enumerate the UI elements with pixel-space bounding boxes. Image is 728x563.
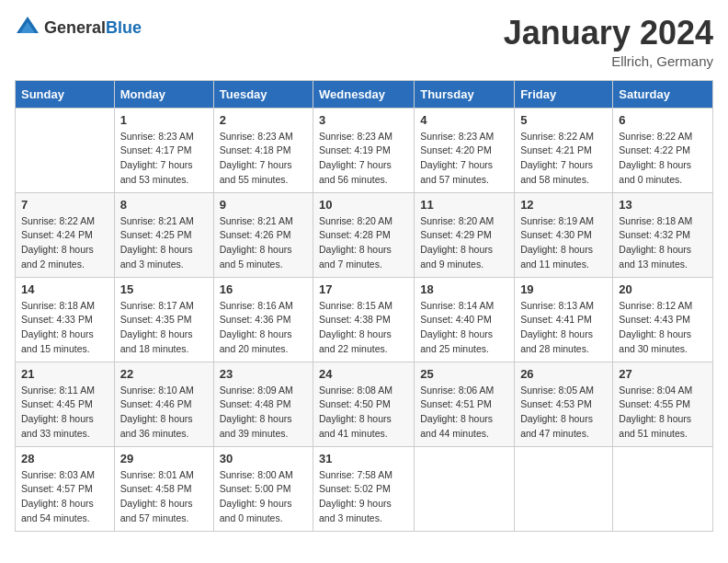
day-cell: 2Sunrise: 8:23 AMSunset: 4:18 PMDaylight… bbox=[213, 108, 313, 192]
day-number: 18 bbox=[420, 282, 508, 296]
day-info: Sunrise: 8:23 AMSunset: 4:20 PMDaylight:… bbox=[420, 130, 508, 188]
day-header-tuesday: Tuesday bbox=[213, 80, 313, 108]
day-number: 25 bbox=[420, 367, 508, 381]
day-cell bbox=[613, 446, 713, 531]
day-info: Sunrise: 8:05 AMSunset: 4:53 PMDaylight:… bbox=[520, 384, 607, 442]
day-number: 23 bbox=[220, 367, 307, 381]
day-number: 5 bbox=[520, 113, 607, 127]
day-info: Sunrise: 8:19 AMSunset: 4:30 PMDaylight:… bbox=[520, 214, 607, 272]
day-number: 26 bbox=[520, 367, 607, 381]
day-header-sunday: Sunday bbox=[16, 80, 115, 108]
day-cell: 19Sunrise: 8:13 AMSunset: 4:41 PMDayligh… bbox=[515, 277, 613, 362]
day-cell: 17Sunrise: 8:15 AMSunset: 4:38 PMDayligh… bbox=[313, 277, 415, 362]
day-info: Sunrise: 8:18 AMSunset: 4:32 PMDaylight:… bbox=[619, 214, 707, 272]
day-info: Sunrise: 8:09 AMSunset: 4:48 PMDaylight:… bbox=[220, 384, 307, 442]
day-info: Sunrise: 8:14 AMSunset: 4:40 PMDaylight:… bbox=[420, 299, 508, 357]
day-info: Sunrise: 8:06 AMSunset: 4:51 PMDaylight:… bbox=[420, 384, 508, 442]
day-number: 3 bbox=[319, 113, 408, 127]
day-number: 27 bbox=[619, 367, 707, 381]
day-number: 14 bbox=[21, 282, 108, 296]
week-row-5: 28Sunrise: 8:03 AMSunset: 4:57 PMDayligh… bbox=[16, 446, 713, 531]
day-cell: 27Sunrise: 8:04 AMSunset: 4:55 PMDayligh… bbox=[613, 362, 713, 446]
week-row-1: 1Sunrise: 8:23 AMSunset: 4:17 PMDaylight… bbox=[16, 108, 713, 192]
day-info: Sunrise: 8:20 AMSunset: 4:29 PMDaylight:… bbox=[420, 214, 508, 272]
day-number: 17 bbox=[319, 282, 408, 296]
day-number: 11 bbox=[420, 198, 508, 212]
logo: GeneralBlue bbox=[15, 15, 142, 40]
day-number: 20 bbox=[619, 282, 707, 296]
day-number: 28 bbox=[21, 452, 108, 465]
day-info: Sunrise: 8:22 AMSunset: 4:22 PMDaylight:… bbox=[619, 130, 707, 188]
page-header: GeneralBlue January 2024 Ellrich, German… bbox=[15, 15, 713, 69]
day-cell: 6Sunrise: 8:22 AMSunset: 4:22 PMDaylight… bbox=[613, 108, 713, 192]
day-info: Sunrise: 8:23 AMSunset: 4:17 PMDaylight:… bbox=[120, 130, 208, 188]
day-cell: 31Sunrise: 7:58 AMSunset: 5:02 PMDayligh… bbox=[313, 446, 415, 531]
day-cell: 1Sunrise: 8:23 AMSunset: 4:17 PMDaylight… bbox=[114, 108, 213, 192]
day-cell: 12Sunrise: 8:19 AMSunset: 4:30 PMDayligh… bbox=[515, 192, 613, 277]
day-cell: 14Sunrise: 8:18 AMSunset: 4:33 PMDayligh… bbox=[16, 277, 115, 362]
day-cell bbox=[16, 108, 115, 192]
day-info: Sunrise: 8:17 AMSunset: 4:35 PMDaylight:… bbox=[120, 299, 208, 357]
day-cell: 11Sunrise: 8:20 AMSunset: 4:29 PMDayligh… bbox=[415, 192, 515, 277]
calendar-header: SundayMondayTuesdayWednesdayThursdayFrid… bbox=[16, 80, 713, 108]
day-info: Sunrise: 8:04 AMSunset: 4:55 PMDaylight:… bbox=[619, 384, 707, 442]
day-number: 1 bbox=[120, 113, 208, 127]
day-cell: 15Sunrise: 8:17 AMSunset: 4:35 PMDayligh… bbox=[114, 277, 213, 362]
title-block: January 2024 Ellrich, Germany bbox=[504, 15, 713, 69]
week-row-3: 14Sunrise: 8:18 AMSunset: 4:33 PMDayligh… bbox=[16, 277, 713, 362]
day-info: Sunrise: 8:15 AMSunset: 4:38 PMDaylight:… bbox=[319, 299, 408, 357]
day-header-thursday: Thursday bbox=[415, 80, 515, 108]
day-info: Sunrise: 8:16 AMSunset: 4:36 PMDaylight:… bbox=[220, 299, 307, 357]
day-cell: 4Sunrise: 8:23 AMSunset: 4:20 PMDaylight… bbox=[415, 108, 515, 192]
day-number: 22 bbox=[120, 367, 208, 381]
day-number: 6 bbox=[619, 113, 707, 127]
day-number: 10 bbox=[319, 198, 408, 212]
day-info: Sunrise: 8:21 AMSunset: 4:26 PMDaylight:… bbox=[220, 214, 307, 272]
day-number: 8 bbox=[120, 198, 208, 212]
day-cell: 28Sunrise: 8:03 AMSunset: 4:57 PMDayligh… bbox=[16, 446, 115, 531]
day-info: Sunrise: 8:18 AMSunset: 4:33 PMDaylight:… bbox=[21, 299, 108, 357]
day-number: 13 bbox=[619, 198, 707, 212]
day-number: 4 bbox=[420, 113, 508, 127]
day-cell: 29Sunrise: 8:01 AMSunset: 4:58 PMDayligh… bbox=[114, 446, 213, 531]
day-number: 12 bbox=[520, 198, 607, 212]
day-header-wednesday: Wednesday bbox=[313, 80, 415, 108]
logo-text-blue: Blue bbox=[106, 18, 142, 37]
day-number: 16 bbox=[220, 282, 307, 296]
day-cell: 23Sunrise: 8:09 AMSunset: 4:48 PMDayligh… bbox=[213, 362, 313, 446]
day-info: Sunrise: 8:03 AMSunset: 4:57 PMDaylight:… bbox=[21, 468, 108, 526]
calendar-body: 1Sunrise: 8:23 AMSunset: 4:17 PMDaylight… bbox=[16, 108, 713, 531]
day-number: 24 bbox=[319, 367, 408, 381]
day-header-saturday: Saturday bbox=[613, 80, 713, 108]
day-cell: 30Sunrise: 8:00 AMSunset: 5:00 PMDayligh… bbox=[213, 446, 313, 531]
day-cell: 22Sunrise: 8:10 AMSunset: 4:46 PMDayligh… bbox=[114, 362, 213, 446]
month-year-title: January 2024 bbox=[504, 15, 713, 52]
day-cell: 24Sunrise: 8:08 AMSunset: 4:50 PMDayligh… bbox=[313, 362, 415, 446]
day-cell: 16Sunrise: 8:16 AMSunset: 4:36 PMDayligh… bbox=[213, 277, 313, 362]
day-info: Sunrise: 7:58 AMSunset: 5:02 PMDaylight:… bbox=[319, 468, 408, 526]
day-cell: 10Sunrise: 8:20 AMSunset: 4:28 PMDayligh… bbox=[313, 192, 415, 277]
day-info: Sunrise: 8:22 AMSunset: 4:21 PMDaylight:… bbox=[520, 130, 607, 188]
day-number: 29 bbox=[120, 452, 208, 465]
day-cell bbox=[515, 446, 613, 531]
day-number: 15 bbox=[120, 282, 208, 296]
day-cell: 3Sunrise: 8:23 AMSunset: 4:19 PMDaylight… bbox=[313, 108, 415, 192]
calendar-table: SundayMondayTuesdayWednesdayThursdayFrid… bbox=[15, 80, 713, 532]
day-number: 31 bbox=[319, 452, 408, 465]
day-cell: 7Sunrise: 8:22 AMSunset: 4:24 PMDaylight… bbox=[16, 192, 115, 277]
day-header-friday: Friday bbox=[515, 80, 613, 108]
week-row-4: 21Sunrise: 8:11 AMSunset: 4:45 PMDayligh… bbox=[16, 362, 713, 446]
day-info: Sunrise: 8:11 AMSunset: 4:45 PMDaylight:… bbox=[21, 384, 108, 442]
day-cell: 20Sunrise: 8:12 AMSunset: 4:43 PMDayligh… bbox=[613, 277, 713, 362]
day-cell: 5Sunrise: 8:22 AMSunset: 4:21 PMDaylight… bbox=[515, 108, 613, 192]
day-info: Sunrise: 8:08 AMSunset: 4:50 PMDaylight:… bbox=[319, 384, 408, 442]
day-number: 30 bbox=[220, 452, 307, 465]
day-info: Sunrise: 8:12 AMSunset: 4:43 PMDaylight:… bbox=[619, 299, 707, 357]
day-info: Sunrise: 8:23 AMSunset: 4:18 PMDaylight:… bbox=[220, 130, 307, 188]
day-cell: 8Sunrise: 8:21 AMSunset: 4:25 PMDaylight… bbox=[114, 192, 213, 277]
day-number: 21 bbox=[21, 367, 108, 381]
day-number: 9 bbox=[220, 198, 307, 212]
week-row-2: 7Sunrise: 8:22 AMSunset: 4:24 PMDaylight… bbox=[16, 192, 713, 277]
location-subtitle: Ellrich, Germany bbox=[504, 53, 713, 69]
day-info: Sunrise: 8:22 AMSunset: 4:24 PMDaylight:… bbox=[21, 214, 108, 272]
